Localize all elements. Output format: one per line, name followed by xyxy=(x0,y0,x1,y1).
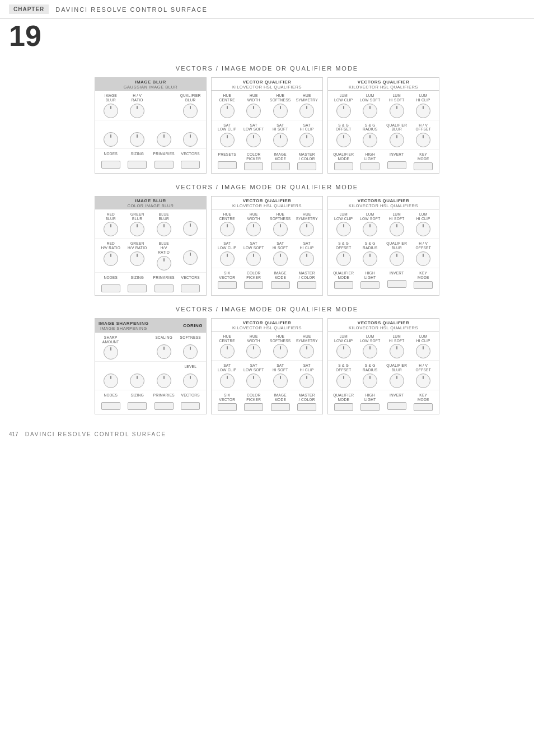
btn-image-sharpening-0-2[interactable] xyxy=(154,402,174,410)
knob-image-blur-1-0-3[interactable] xyxy=(183,104,198,118)
knob-image-blur-2-0-3[interactable] xyxy=(183,221,198,236)
knob-vector-qualifier-1-0-0[interactable] xyxy=(220,104,235,118)
btn-vector-qualifier-3-0-1[interactable] xyxy=(244,403,263,411)
btn-vectors-qualifier-3-0-3[interactable] xyxy=(414,403,433,411)
btn-vectors-qualifier-1-0-2[interactable] xyxy=(387,161,406,169)
knob-image-blur-2-1-0[interactable] xyxy=(104,251,118,266)
knob-image-sharpening-0-0[interactable] xyxy=(104,345,118,360)
knob-vectors-qualifier-1-0-0[interactable] xyxy=(336,104,351,118)
knob-image-blur-1-0-0[interactable] xyxy=(104,104,118,118)
knob-vector-qualifier-2-1-1[interactable] xyxy=(246,251,261,266)
knob-image-sharpening-1-0[interactable] xyxy=(104,374,118,388)
knob-vector-qualifier-1-1-0[interactable] xyxy=(220,133,235,147)
knob-image-blur-1-0-1[interactable] xyxy=(130,104,144,118)
knob-vectors-qualifier-1-0-1[interactable] xyxy=(363,104,377,118)
knob-vector-qualifier-2-1-3[interactable] xyxy=(299,251,314,266)
knob-vectors-qualifier-2-1-0[interactable] xyxy=(336,251,351,266)
knob-vectors-qualifier-3-1-3[interactable] xyxy=(416,374,430,388)
knob-vector-qualifier-1-0-2[interactable] xyxy=(273,104,288,118)
knob-image-blur-1-1-1[interactable] xyxy=(130,132,144,147)
knob-vectors-qualifier-3-0-0[interactable] xyxy=(336,344,351,358)
knob-image-blur-2-0-2[interactable] xyxy=(157,222,171,236)
knob-vectors-qualifier-2-0-1[interactable] xyxy=(363,222,377,236)
btn-vector-qualifier-2-0-3[interactable] xyxy=(297,281,316,289)
btn-vector-qualifier-3-0-3[interactable] xyxy=(297,403,316,411)
btn-vectors-qualifier-3-0-2[interactable] xyxy=(387,402,406,410)
btn-image-blur-2-0-0[interactable] xyxy=(101,284,120,292)
btn-vector-qualifier-3-0-0[interactable] xyxy=(218,403,237,411)
knob-vector-qualifier-3-0-3[interactable] xyxy=(299,344,314,358)
knob-image-sharpening-1-3[interactable] xyxy=(183,374,198,388)
knob-vectors-qualifier-1-0-3[interactable] xyxy=(416,104,430,118)
knob-image-blur-2-1-1[interactable] xyxy=(130,251,144,266)
knob-vector-qualifier-2-1-2[interactable] xyxy=(273,251,288,266)
btn-vectors-qualifier-3-0-1[interactable] xyxy=(360,403,380,411)
btn-vector-qualifier-1-0-2[interactable] xyxy=(271,162,290,170)
knob-vector-qualifier-2-1-0[interactable] xyxy=(220,251,235,266)
knob-vectors-qualifier-2-0-2[interactable] xyxy=(390,222,404,236)
knob-vector-qualifier-1-1-3[interactable] xyxy=(299,133,314,147)
knob-vectors-qualifier-2-1-1[interactable] xyxy=(363,251,377,266)
knob-vectors-qualifier-3-1-1[interactable] xyxy=(363,374,377,388)
btn-vector-qualifier-1-0-1[interactable] xyxy=(244,162,263,170)
btn-image-blur-1-0-3[interactable] xyxy=(181,161,200,169)
knob-vectors-qualifier-1-1-3[interactable] xyxy=(416,133,430,147)
btn-vectors-qualifier-2-0-3[interactable] xyxy=(414,281,433,289)
knob-vector-qualifier-1-0-1[interactable] xyxy=(246,104,261,118)
knob-vectors-qualifier-2-0-0[interactable] xyxy=(336,222,351,236)
knob-image-blur-1-1-3[interactable] xyxy=(183,132,198,147)
knob-vectors-qualifier-1-1-1[interactable] xyxy=(363,133,377,147)
knob-vector-qualifier-3-0-1[interactable] xyxy=(246,344,261,358)
btn-image-sharpening-0-0[interactable] xyxy=(101,402,120,410)
btn-image-blur-1-0-2[interactable] xyxy=(154,161,174,169)
knob-vectors-qualifier-2-1-2[interactable] xyxy=(390,251,404,266)
btn-vectors-qualifier-2-0-2[interactable] xyxy=(387,280,406,288)
btn-image-blur-2-0-3[interactable] xyxy=(181,284,200,292)
btn-vector-qualifier-1-0-3[interactable] xyxy=(297,162,316,170)
knob-vectors-qualifier-3-0-2[interactable] xyxy=(390,344,404,358)
btn-vectors-qualifier-2-0-1[interactable] xyxy=(360,281,380,289)
knob-vectors-qualifier-1-1-0[interactable] xyxy=(336,133,351,147)
knob-vector-qualifier-3-1-0[interactable] xyxy=(220,374,235,388)
btn-vector-qualifier-1-0-0[interactable] xyxy=(218,161,237,169)
knob-image-sharpening-0-3[interactable] xyxy=(183,344,198,359)
knob-vectors-qualifier-3-1-0[interactable] xyxy=(336,374,351,388)
btn-vectors-qualifier-3-0-0[interactable] xyxy=(334,403,353,411)
knob-image-sharpening-1-2[interactable] xyxy=(157,374,171,388)
knob-vector-qualifier-1-1-2[interactable] xyxy=(273,133,288,147)
knob-image-blur-2-0-0[interactable] xyxy=(104,222,118,236)
knob-vector-qualifier-2-0-3[interactable] xyxy=(299,222,314,236)
btn-vector-qualifier-2-0-1[interactable] xyxy=(244,281,263,289)
knob-vector-qualifier-2-0-1[interactable] xyxy=(246,222,261,236)
knob-image-blur-1-1-0[interactable] xyxy=(104,132,118,147)
btn-vector-qualifier-3-0-2[interactable] xyxy=(271,403,290,411)
knob-vector-qualifier-2-0-0[interactable] xyxy=(220,222,235,236)
knob-vector-qualifier-3-1-1[interactable] xyxy=(246,374,261,388)
knob-vector-qualifier-3-0-0[interactable] xyxy=(220,344,235,358)
btn-image-blur-1-0-1[interactable] xyxy=(128,161,147,169)
knob-vectors-qualifier-2-0-3[interactable] xyxy=(416,222,430,236)
knob-vector-qualifier-3-0-2[interactable] xyxy=(273,344,288,358)
knob-image-sharpening-0-2[interactable] xyxy=(157,344,171,359)
btn-vector-qualifier-2-0-2[interactable] xyxy=(271,281,290,289)
btn-image-sharpening-0-1[interactable] xyxy=(128,402,147,410)
knob-vectors-qualifier-3-0-1[interactable] xyxy=(363,344,377,358)
knob-vector-qualifier-2-0-2[interactable] xyxy=(273,222,288,236)
btn-image-blur-2-0-2[interactable] xyxy=(154,284,174,292)
btn-vector-qualifier-2-0-0[interactable] xyxy=(218,281,237,289)
knob-vector-qualifier-1-0-3[interactable] xyxy=(299,104,314,118)
btn-image-blur-2-0-1[interactable] xyxy=(128,284,147,292)
btn-vectors-qualifier-1-0-0[interactable] xyxy=(334,162,353,170)
btn-vectors-qualifier-2-0-0[interactable] xyxy=(334,281,353,289)
knob-image-sharpening-1-1[interactable] xyxy=(130,374,144,388)
knob-image-blur-2-0-1[interactable] xyxy=(130,222,144,236)
btn-image-blur-1-0-0[interactable] xyxy=(101,161,120,169)
knob-vector-qualifier-3-1-2[interactable] xyxy=(273,374,288,388)
btn-vectors-qualifier-1-0-1[interactable] xyxy=(360,162,380,170)
btn-vectors-qualifier-1-0-3[interactable] xyxy=(414,162,433,170)
knob-vectors-qualifier-1-1-2[interactable] xyxy=(390,133,404,147)
btn-image-sharpening-0-3[interactable] xyxy=(181,402,200,410)
knob-vectors-qualifier-3-0-3[interactable] xyxy=(416,344,430,358)
knob-image-blur-2-1-2[interactable] xyxy=(157,256,171,270)
knob-image-blur-2-1-3[interactable] xyxy=(183,250,198,265)
